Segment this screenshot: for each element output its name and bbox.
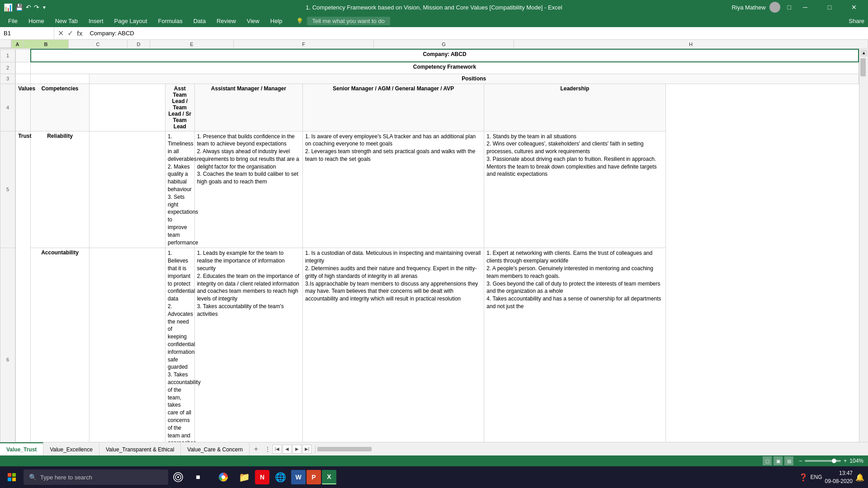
cell-reference[interactable]: B1 <box>0 27 54 39</box>
menu-pagelayout[interactable]: Page Layout <box>110 17 152 25</box>
row-num-1: 1 <box>0 49 16 62</box>
lang-indicator[interactable]: ENG <box>811 474 822 480</box>
menu-file[interactable]: File <box>4 17 22 25</box>
help-icon[interactable]: ❓ <box>799 473 808 482</box>
menu-formulas[interactable]: Formulas <box>154 17 187 25</box>
share-button[interactable]: Share <box>849 18 864 24</box>
accountability-leadership-cell[interactable]: 1. Expert at networking with clients. Ea… <box>484 248 665 442</box>
sheet-tab-value-transparent[interactable]: Value_Transparent & Ethical <box>99 442 181 455</box>
minimize-button[interactable]: ─ <box>795 0 816 14</box>
clock[interactable]: 13:47 09-08-2020 <box>825 469 853 485</box>
row-num-6: 6 <box>0 248 16 442</box>
notifications-icon[interactable]: 🔔 <box>855 473 864 482</box>
cell-b2[interactable]: Competency Framework <box>31 62 859 74</box>
zoom-in-icon[interactable]: + <box>844 458 847 464</box>
trust-value-cell[interactable]: Trust <box>15 131 31 442</box>
zoom-level[interactable]: 104% <box>849 458 863 464</box>
menu-data[interactable]: Data <box>189 17 210 25</box>
cortana-icon[interactable] <box>168 467 188 487</box>
values-header[interactable]: Values <box>15 84 31 131</box>
reliability-am-cell[interactable]: 1. Presence that builds confidence in th… <box>194 131 302 248</box>
insert-function-icon[interactable]: fx <box>77 30 82 37</box>
formula-bar: B1 ✕ ✓ fx Company: ABCD <box>0 27 868 40</box>
menu-help[interactable]: Help <box>266 17 287 25</box>
cell-b3[interactable] <box>31 74 89 84</box>
cancel-formula-icon[interactable]: ✕ <box>58 29 64 38</box>
table-row: 6 Accountability 1. Believes that it is … <box>0 248 868 442</box>
scrollbar-h[interactable] <box>315 446 868 453</box>
word-icon[interactable]: W <box>291 470 306 484</box>
close-button[interactable]: ✕ <box>844 0 864 14</box>
search-placeholder[interactable]: Type here to search <box>40 474 92 481</box>
scroll-up-btn[interactable]: ▲ <box>860 49 868 56</box>
sheet-options[interactable]: ⋮ <box>263 442 273 455</box>
cell-b1[interactable]: Company: ABCD <box>31 49 859 62</box>
netflix-icon[interactable]: N <box>255 470 269 484</box>
title-bar: 📊 💾 ↶ ↷ ▼ 1. Competency Framework based … <box>0 0 868 14</box>
chrome-icon[interactable] <box>213 467 233 487</box>
light-bulb-icon: 💡 <box>296 18 303 24</box>
sheet-tab-value-trust[interactable]: Value_Trust <box>0 442 43 455</box>
competencies-header[interactable]: Competencies <box>31 84 89 131</box>
asst-team-lead-header[interactable]: Asst Team Lead / Team Lead / Sr Team Lea… <box>165 84 194 131</box>
page-layout-view-icon[interactable]: ▣ <box>774 456 783 465</box>
undo-icon[interactable]: ↶ <box>26 4 31 11</box>
edge-icon[interactable]: 🌐 <box>270 467 290 487</box>
normal-view-icon[interactable]: ▢ <box>763 456 772 465</box>
asst-manager-header[interactable]: Assistant Manager / Manager <box>194 84 302 131</box>
menu-view[interactable]: View <box>242 17 264 25</box>
taskbar-right: ❓ ENG 13:47 09-08-2020 🔔 <box>799 469 868 485</box>
start-button[interactable] <box>0 466 24 488</box>
date-display: 09-08-2020 <box>825 477 853 485</box>
menu-home[interactable]: Home <box>24 17 49 25</box>
sheet-nav-first[interactable]: |◀ <box>273 445 282 454</box>
tell-me-search[interactable]: Tell me what you want to do <box>307 17 390 25</box>
accountability-asst-cell[interactable]: 1. Believes that it is important to prot… <box>165 248 194 442</box>
menu-newtab[interactable]: New Tab <box>51 17 82 25</box>
scrollbar-v[interactable]: ▲ ▼ <box>859 49 868 442</box>
sheet-nav-prev[interactable]: ◀ <box>283 445 292 454</box>
accountability-am-cell[interactable]: 1. Leads by example for the team to real… <box>194 248 302 442</box>
sheet-nav-next[interactable]: ▶ <box>292 445 302 454</box>
scrollbar-h-thumb[interactable] <box>317 447 372 451</box>
excel-taskbar-icon[interactable]: X <box>322 470 336 484</box>
taskbar-app-icons: 📁 N 🌐 W P X <box>213 467 336 487</box>
confirm-formula-icon[interactable]: ✓ <box>67 29 73 38</box>
status-bar: ▢ ▣ ▤ − + 104% <box>0 455 868 466</box>
menu-insert[interactable]: Insert <box>84 17 108 25</box>
menu-review[interactable]: Review <box>212 17 241 25</box>
cell-a3[interactable] <box>15 74 31 84</box>
accountability-sm-cell[interactable]: 1. Is a custodian of data. Meticulous in… <box>303 248 484 442</box>
cell-a1[interactable] <box>15 49 31 62</box>
accountability-competency[interactable]: Accountability <box>31 248 89 442</box>
redo-icon[interactable]: ↷ <box>34 4 39 11</box>
senior-manager-header[interactable]: Senior Manager / AGM / General Manager /… <box>303 84 484 131</box>
powerpoint-icon[interactable]: P <box>307 470 321 484</box>
zoom-out-icon[interactable]: − <box>799 458 802 464</box>
save-icon[interactable]: 💾 <box>15 4 23 11</box>
file-explorer-icon[interactable]: 📁 <box>234 467 254 487</box>
title-bar-left: 📊 💾 ↶ ↷ ▼ <box>4 3 47 12</box>
leadership-header[interactable]: Leadership <box>484 84 665 131</box>
sheet-tab-value-excellence[interactable]: Value_Excellence <box>43 442 99 455</box>
ribbon-toggle-icon[interactable]: □ <box>788 4 791 11</box>
task-view-icon[interactable]: ■ <box>188 467 208 487</box>
cell-a2[interactable] <box>15 62 31 74</box>
zoom-slider[interactable] <box>805 460 841 462</box>
window-title: 1. Competency Framework based on Vision,… <box>306 4 562 11</box>
sheet-nav-last[interactable]: ▶| <box>302 445 311 454</box>
svg-point-6 <box>177 476 179 478</box>
reliability-sm-cell[interactable]: 1. Is aware of every employee's SLA trac… <box>303 131 484 248</box>
maximize-button[interactable]: □ <box>819 0 840 14</box>
reliability-leadership-cell[interactable]: 1. Stands by the team in all situations … <box>484 131 665 248</box>
reliability-competency[interactable]: Reliability <box>31 131 89 248</box>
add-sheet-button[interactable]: + <box>250 442 263 455</box>
zoom-thumb <box>832 459 836 463</box>
reliability-asst-cell[interactable]: 1. Timeliness in all deliverables 2. Mak… <box>165 131 194 248</box>
dropdown-icon[interactable]: ▼ <box>42 5 47 10</box>
sheet-tab-value-care[interactable]: Value_Care & Concern <box>181 442 250 455</box>
positions-header[interactable]: Positions <box>89 74 859 84</box>
scroll-thumb[interactable] <box>860 58 866 76</box>
taskbar-search[interactable]: 🔍 Type here to search <box>24 469 168 485</box>
page-break-view-icon[interactable]: ▤ <box>784 456 793 465</box>
